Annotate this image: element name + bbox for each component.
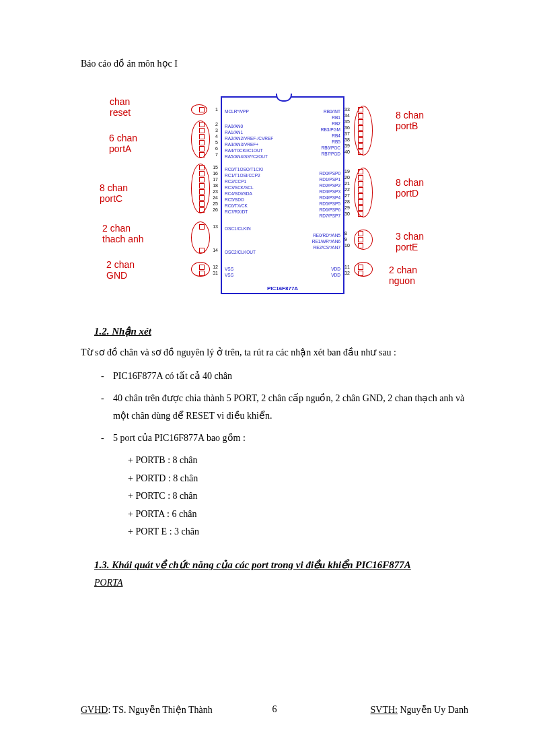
porta-heading: PORTA bbox=[94, 578, 468, 588]
pin-label: RB4 bbox=[332, 133, 340, 139]
pic-pinout-diagram: PIC16F877A MCLR*/VPPRA0/AN0RA1/AN1RA2/AN… bbox=[86, 90, 463, 305]
intro-1-2: Từ sơ đồ chân và sơ đồ nguyên lý ở trên,… bbox=[81, 344, 468, 361]
pin-group-ellipse bbox=[354, 106, 373, 156]
page-header: Báo cáo đồ án môn học I bbox=[81, 58, 468, 69]
footer-svth-value: Nguyễn Uy Danh bbox=[398, 705, 468, 715]
pin-label: VSS bbox=[225, 272, 233, 278]
pin-label: RB0/INT bbox=[324, 108, 340, 114]
pin-label: RB3/PGM bbox=[321, 127, 340, 133]
section-1-2-title: 1.2. Nhận xét bbox=[94, 325, 468, 337]
pin-label: RC3/SCK/SCL bbox=[225, 184, 254, 191]
page-footer: GVHD: TS. Nguyễn Thiện Thành 6 SVTH: Ngu… bbox=[81, 704, 468, 716]
diagram-annotation: 8 chanportC bbox=[100, 182, 128, 204]
pin-label: RE1/WR*/AN6 bbox=[312, 238, 340, 244]
pin-label: RD4/PSP4 bbox=[320, 195, 340, 201]
pin-number: 33 bbox=[344, 107, 357, 112]
observation-list: PIC16F877A có tất cả 40 chân 40 chân trê… bbox=[101, 368, 468, 446]
pin-number: 1 bbox=[206, 107, 218, 112]
pin-group-ellipse bbox=[354, 168, 373, 217]
pin-number: 40 bbox=[344, 149, 357, 154]
pin-number: 15 bbox=[206, 165, 218, 170]
pin-number: 2 bbox=[206, 122, 218, 127]
pin-label: RE0/RD*/AN5 bbox=[313, 232, 340, 238]
diagram-annotation: 3 chanportE bbox=[396, 231, 424, 252]
pin-number: 7 bbox=[206, 152, 218, 157]
pin-number: 26 bbox=[206, 207, 218, 212]
footer-gvhd-label: GVHD bbox=[81, 705, 108, 715]
pin-label: RB5 bbox=[332, 139, 340, 145]
pin-group-ellipse bbox=[354, 230, 373, 250]
diagram-annotation: 2 chanGND bbox=[106, 259, 135, 281]
pin-label: RB1 bbox=[332, 114, 340, 121]
pin-label: RD2/PSP2 bbox=[320, 182, 340, 188]
chip-notch bbox=[276, 94, 292, 102]
pin-group-ellipse bbox=[354, 262, 373, 277]
pin-label: RD7/PSP7 bbox=[320, 213, 340, 219]
pin-label: RD0/PSP0 bbox=[320, 170, 340, 176]
pin-label: RB2 bbox=[332, 121, 340, 127]
pin-group-ellipse bbox=[191, 221, 210, 254]
pin-label: RA0/AN0 bbox=[225, 123, 243, 129]
pin-label: RD5/PSP5 bbox=[320, 201, 340, 207]
section-1-3-title: 1.3. Khái quát về chức năng của các port… bbox=[94, 559, 468, 571]
pin-number: 19 bbox=[344, 169, 357, 174]
pin-label: RA1/AN1 bbox=[225, 129, 243, 135]
pin-label: RC0/T1OSO/T1CKI bbox=[225, 166, 263, 172]
pin-label: RD3/PSP3 bbox=[320, 188, 340, 195]
diagram-annotation: 2 chanthach anh bbox=[102, 223, 144, 244]
pin-label: OSC2/CLKOUT bbox=[225, 249, 256, 255]
pin-label: RA2/AN2/VREF-/CVREF bbox=[225, 135, 273, 141]
pin-group-ellipse bbox=[191, 262, 210, 277]
port-sublist: + PORTB : 8 chân + PORTD : 8 chân + PORT… bbox=[128, 452, 468, 541]
pin-group-ellipse bbox=[191, 164, 210, 213]
footer-gvhd-value: : TS. Nguyễn Thiện Thành bbox=[108, 705, 212, 715]
pin-label: RC5/SDO bbox=[225, 197, 244, 203]
port-entry: + PORTD : 8 chân bbox=[128, 470, 468, 488]
pin-label: RA5/AN4/SS*/C2OUT bbox=[225, 153, 268, 160]
pin-label: RB6/PGC bbox=[321, 145, 340, 151]
footer-right: SVTH: Nguyễn Uy Danh bbox=[371, 704, 469, 716]
pin-label: RC2/CCP1 bbox=[225, 178, 246, 184]
diagram-annotation: chanreset bbox=[110, 96, 131, 118]
list-item: 40 chân trên được chia thành 5 PORT, 2 c… bbox=[101, 390, 468, 423]
chip-label: PIC16F877A bbox=[222, 285, 343, 291]
pin-label: VSS bbox=[225, 266, 233, 272]
pin-label: RA3/AN3/VREF+ bbox=[225, 141, 258, 147]
pin-label: RC6/TX/CK bbox=[225, 203, 248, 209]
port-entry: + PORTC : 8 chân bbox=[128, 487, 468, 506]
footer-svth-label: SVTH: bbox=[371, 705, 398, 715]
pin-label: RC4/SDI/SDA bbox=[225, 191, 252, 197]
port-entry: + PORTB : 8 chân bbox=[128, 452, 468, 470]
chip-outline: PIC16F877A MCLR*/VPPRA0/AN0RA1/AN1RA2/AN… bbox=[221, 96, 344, 294]
pin-label: RA4/T0CKI/C1OUT bbox=[225, 147, 263, 153]
pin-label: RC1/T1OSI/CCP2 bbox=[225, 172, 260, 178]
pin-group-ellipse bbox=[191, 121, 210, 158]
diagram-annotation: 2 channguon bbox=[389, 265, 417, 286]
pin-number: 14 bbox=[206, 248, 218, 252]
list-item: PIC16F877A có tất cả 40 chân bbox=[101, 368, 468, 384]
port-entry: + PORTA : 6 chân bbox=[128, 506, 468, 524]
pin-label: OSC1/CLKIN bbox=[225, 226, 251, 232]
pin-label: RB7/PGD bbox=[321, 151, 340, 157]
pin-label: VDD bbox=[331, 266, 340, 272]
pin-label: RC7/RX/DT bbox=[225, 209, 248, 215]
list-item: 5 port của PIC16F877A bao gồm : bbox=[101, 429, 468, 446]
pin-group-ellipse bbox=[191, 104, 207, 115]
pin-number: 30 bbox=[344, 211, 357, 216]
port-entry: + PORT E : 3 chân bbox=[128, 523, 468, 541]
diagram-annotation: 8 chanportB bbox=[396, 110, 424, 131]
diagram-annotation: 6 chanportA bbox=[109, 133, 137, 154]
footer-left: GVHD: TS. Nguyễn Thiện Thành bbox=[81, 704, 213, 716]
diagram-annotation: 8 chanportD bbox=[396, 177, 424, 199]
footer-page-number: 6 bbox=[272, 704, 277, 715]
pin-label: RE2/CS*/AN7 bbox=[314, 244, 340, 250]
pin-label: MCLR*/VPP bbox=[225, 108, 249, 114]
pin-label: RD6/PSP6 bbox=[320, 207, 340, 213]
pin-label: VDD bbox=[331, 272, 340, 278]
pin-label: RD1/PSP1 bbox=[320, 176, 340, 182]
